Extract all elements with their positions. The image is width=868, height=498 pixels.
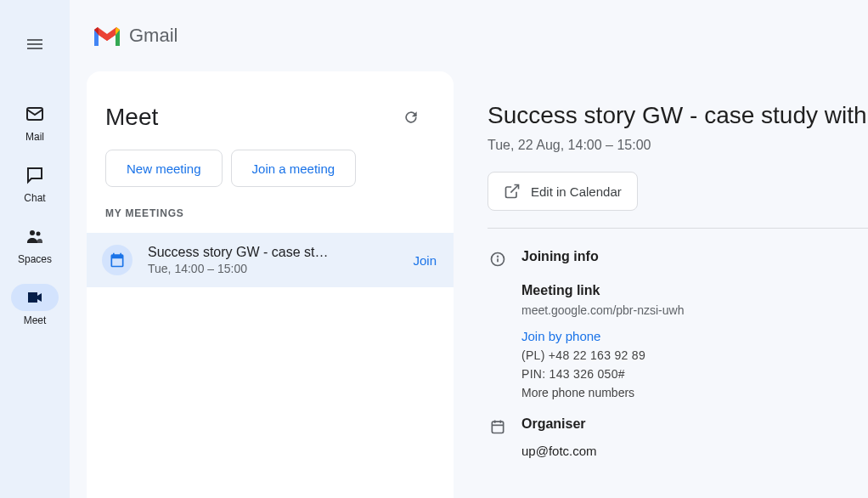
sidebar-item-spaces[interactable]: Spaces bbox=[8, 218, 61, 279]
spaces-icon bbox=[25, 226, 45, 246]
more-phone-numbers-link[interactable]: More phone numbers bbox=[521, 386, 868, 399]
sidebar-item-mail[interactable]: Mail bbox=[8, 95, 61, 156]
svg-point-5 bbox=[498, 256, 499, 257]
svg-point-1 bbox=[30, 230, 35, 235]
open-external-icon bbox=[504, 183, 521, 200]
calendar-icon bbox=[109, 252, 126, 269]
meet-icon bbox=[25, 287, 45, 308]
header: Gmail bbox=[70, 0, 868, 71]
mail-icon bbox=[25, 104, 45, 124]
menu-button[interactable] bbox=[14, 24, 55, 65]
new-meeting-button[interactable]: New meeting bbox=[105, 150, 223, 187]
svg-rect-6 bbox=[492, 422, 503, 433]
svg-point-2 bbox=[37, 232, 41, 236]
calendar-small-icon bbox=[489, 418, 506, 435]
join-meeting-button[interactable]: Join a meeting bbox=[231, 150, 357, 187]
gmail-logo[interactable]: Gmail bbox=[92, 24, 178, 48]
joining-info-heading: Joining info bbox=[521, 249, 868, 264]
meeting-join-button[interactable]: Join bbox=[413, 253, 437, 268]
meeting-item-time: Tue, 14:00 – 15:00 bbox=[148, 262, 397, 275]
content: Meet New meeting Join a meeting MY MEETI… bbox=[70, 71, 868, 498]
meeting-link-heading: Meeting link bbox=[521, 283, 868, 298]
hamburger-icon bbox=[25, 34, 45, 54]
edit-calendar-button[interactable]: Edit in Calendar bbox=[488, 172, 638, 211]
app-name: Gmail bbox=[129, 25, 178, 47]
info-icon bbox=[489, 251, 506, 268]
gmail-m-icon bbox=[92, 24, 122, 48]
meeting-item-title: Success story GW - case st… bbox=[148, 245, 397, 260]
event-details-panel: Success story GW - case study with Tue, … bbox=[454, 71, 868, 498]
meeting-list-item[interactable]: Success story GW - case st… Tue, 14:00 –… bbox=[87, 233, 454, 287]
edit-calendar-label: Edit in Calendar bbox=[531, 184, 622, 199]
event-title: Success story GW - case study with bbox=[488, 102, 868, 129]
phone-number: (PL) +48 22 163 92 89 bbox=[521, 348, 868, 362]
organiser-heading: Organiser bbox=[521, 416, 868, 432]
refresh-icon bbox=[403, 109, 420, 126]
sidebar-label-mail: Mail bbox=[25, 131, 44, 143]
divider bbox=[488, 228, 868, 229]
join-by-phone-link[interactable]: Join by phone bbox=[521, 329, 868, 343]
sidebar-label-meet: Meet bbox=[24, 314, 47, 326]
sidebar-label-spaces: Spaces bbox=[18, 253, 52, 265]
meeting-link-value: meet.google.com/pbr-nzsi-uwh bbox=[521, 303, 868, 317]
chat-icon bbox=[25, 165, 45, 185]
meet-title: Meet bbox=[105, 104, 158, 131]
sidebar-item-meet[interactable]: Meet bbox=[8, 279, 61, 340]
left-sidebar: Mail Chat Spaces Meet bbox=[0, 0, 70, 498]
sidebar-label-chat: Chat bbox=[24, 192, 45, 204]
my-meetings-label: MY MEETINGS bbox=[87, 207, 454, 233]
sidebar-item-chat[interactable]: Chat bbox=[8, 156, 61, 218]
calendar-badge bbox=[102, 245, 132, 275]
main-area: Gmail Meet New meeting Join a meeting MY… bbox=[70, 0, 868, 498]
phone-pin: PIN: 143 326 050# bbox=[521, 367, 868, 381]
event-datetime: Tue, 22 Aug, 14:00 – 15:00 bbox=[488, 138, 868, 153]
meet-panel: Meet New meeting Join a meeting MY MEETI… bbox=[87, 71, 454, 498]
organiser-email: up@fotc.com bbox=[521, 444, 868, 458]
refresh-button[interactable] bbox=[396, 102, 426, 133]
